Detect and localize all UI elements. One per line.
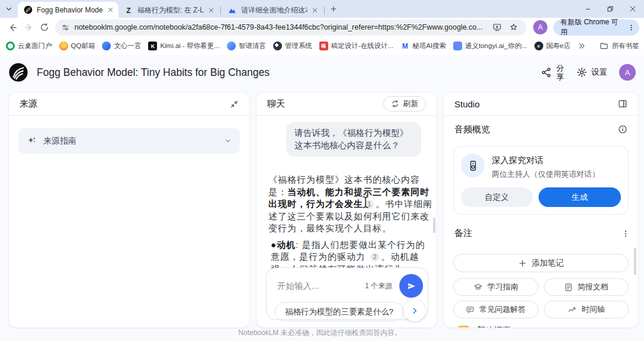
browser-toolbar: notebooklm.google.com/notebook/a2fa68ce-… <box>0 18 644 37</box>
bookmark-item[interactable]: 云桌面门户 <box>6 42 52 50</box>
bookmark-item[interactable]: 文心一言 <box>102 42 141 50</box>
panel-layout-icon[interactable] <box>618 99 627 109</box>
tab-close-icon[interactable] <box>105 5 115 15</box>
browser-tab-notebooklm[interactable]: Fogg Behavior Model: Tiny H <box>18 2 118 18</box>
source-guide-label: 来源指南 <box>43 136 76 146</box>
chip-label: 常见问题解答 <box>479 304 526 315</box>
speaker-icon <box>461 154 485 177</box>
suggested-question-chip[interactable]: 福格行为模型的三要素是什么? <box>275 302 403 321</box>
back-button[interactable] <box>5 20 21 36</box>
note-list-item[interactable]: 新建记事 <box>458 325 629 328</box>
add-note-button[interactable]: 添加笔记 <box>453 254 629 272</box>
share-icon <box>541 67 552 78</box>
sources-panel-title: 来源 <box>20 98 37 110</box>
bookmark-item[interactable]: M秘塔AI搜索 <box>401 42 446 50</box>
send-button[interactable] <box>399 274 423 298</box>
studio-scrollbar-thumb[interactable] <box>634 248 636 275</box>
bookmark-item[interactable]: KKimi.ai - 帮你看更... <box>148 42 219 50</box>
browser-tabstrip: Fogg Behavior Model: Tiny H Z 福格行为模型: 在 … <box>0 0 644 18</box>
assistant-answer: 《福格行为模型》这本书的核心内容是：当动机、能力和提示三个要素同时出现时，行为才… <box>268 174 433 235</box>
send-icon <box>406 281 416 291</box>
faq-chip[interactable]: 常见问题解答 <box>453 301 539 318</box>
install-app-icon[interactable] <box>491 21 504 34</box>
bookmark-favicon <box>453 42 462 50</box>
bookmarks-overflow-chevron-icon[interactable] <box>578 42 585 50</box>
document-icon <box>564 283 573 292</box>
plus-icon <box>518 259 527 267</box>
sparkle-icon <box>27 136 37 146</box>
bookmark-item[interactable]: 智谱清言 <box>227 42 266 50</box>
chat-input-card: 开始输入... 1 个来源 福格行为模型的三要素是什么? <box>266 267 428 320</box>
bookmark-favicon: 稿 <box>319 42 328 50</box>
bookmark-favicon: K <box>148 42 157 50</box>
folder-icon <box>600 42 608 50</box>
refresh-chat-button[interactable]: 刷新 <box>383 96 426 111</box>
bookmark-star-icon[interactable] <box>507 21 520 34</box>
bookmark-item[interactable]: 管理系统 <box>273 42 312 50</box>
browser-tab-metaso[interactable]: 请详细全面地介绍这本书《福格 <box>222 3 323 18</box>
collapse-panel-icon[interactable] <box>230 100 239 109</box>
user-message-bubble: 请告诉我，《福格行为模型》这本书地核心内容是什么？ <box>286 122 421 157</box>
share-label: 分享 <box>556 63 565 81</box>
all-bookmarks-button[interactable]: 所有书签 <box>600 42 639 50</box>
bookmark-label: 云桌面门户 <box>18 42 52 50</box>
bookmark-label: Kimi.ai - 帮你看更... <box>160 42 219 50</box>
window-close-button[interactable] <box>621 0 644 18</box>
bookmark-label: 稿定设计-在线设计... <box>331 42 393 50</box>
notes-menu-icon[interactable] <box>621 230 630 238</box>
bookmark-item[interactable]: e国寿e店 <box>534 42 571 50</box>
browser-profile-avatar[interactable]: A <box>533 20 547 34</box>
browser-menu-icon[interactable] <box>625 21 637 33</box>
bookmark-label: 通义tongyi.ai_你的... <box>465 42 527 50</box>
deep-dive-subtitle: 两位主持人（仅使用英语对话） <box>492 169 600 180</box>
bookmark-item[interactable]: QQ邮箱 <box>59 42 95 50</box>
study-guide-chip[interactable]: 学习指南 <box>453 278 539 296</box>
chat-input-field[interactable]: 开始输入... <box>277 281 319 292</box>
new-tab-button[interactable] <box>326 1 341 17</box>
chat-scrollbar-thumb[interactable] <box>433 218 435 233</box>
window-restore-button[interactable] <box>599 0 621 18</box>
notebook-title[interactable]: Fogg Behavior Model: Tiny Habits for Big… <box>37 66 270 79</box>
audio-overview-title: 音频概览 <box>454 124 490 135</box>
studio-panel-title: Studio <box>454 99 480 109</box>
url-text[interactable]: notebooklm.google.com/notebook/a2fa68ce-… <box>75 23 487 31</box>
bookmark-label: 文心一言 <box>114 42 141 50</box>
source-count-label: 1 个来源 <box>365 281 392 291</box>
settings-button[interactable]: 设置 <box>576 67 607 78</box>
gear-icon <box>576 67 587 78</box>
reload-button[interactable] <box>37 20 53 36</box>
chrome-update-chip[interactable]: 有新版 Chrome 可用 <box>553 20 639 36</box>
browser-tab-zlibrary[interactable]: Z 福格行为模型: 在 Z-Library 上 <box>118 3 219 18</box>
next-suggestion-button[interactable] <box>403 299 425 321</box>
briefing-doc-chip[interactable]: 简报文档 <box>544 278 629 296</box>
chevron-down-icon[interactable] <box>224 137 232 145</box>
info-icon[interactable] <box>618 125 627 134</box>
address-bar[interactable]: notebooklm.google.com/notebook/a2fa68ce-… <box>55 20 526 36</box>
bookmark-item[interactable]: 稿稿定设计-在线设计... <box>319 42 393 50</box>
bookmark-item[interactable]: 通义tongyi.ai_你的... <box>453 42 527 50</box>
chat-panel: 聊天 刷新 请告诉我，《福格行为模型》这本书地核心内容是什么？ 《福格行为模型》… <box>256 92 437 328</box>
all-bookmarks-label: 所有书签 <box>612 42 639 50</box>
window-controls <box>576 0 644 18</box>
metaso-favicon-icon <box>228 6 237 15</box>
source-guide-button[interactable]: 来源指南 <box>18 128 240 154</box>
site-info-icon[interactable] <box>61 23 70 32</box>
timeline-chip[interactable]: 时间轴 <box>544 301 629 318</box>
generate-button[interactable]: 生成 <box>539 187 621 207</box>
window-minimize-button[interactable] <box>576 0 599 18</box>
refresh-icon <box>391 100 399 108</box>
forward-button[interactable] <box>21 20 37 36</box>
bookmark-favicon <box>227 42 236 50</box>
tab-title: 福格行为模型: 在 Z-Library 上 <box>137 5 204 15</box>
tab-close-icon[interactable] <box>206 6 216 15</box>
share-button[interactable]: 分享 <box>541 63 565 81</box>
disclaimer-text: NotebookLM 未必准确，因此请仔细检查回答内容。 <box>196 328 444 338</box>
tab-close-icon[interactable] <box>310 6 319 15</box>
app-user-avatar[interactable]: A <box>619 64 636 81</box>
bookmark-favicon <box>59 42 68 50</box>
settings-label: 设置 <box>591 67 607 78</box>
bookmark-favicon <box>273 42 282 50</box>
customize-button[interactable]: 自定义 <box>461 187 533 207</box>
tab-search-chevron-icon[interactable] <box>0 0 18 18</box>
faq-bubble-icon <box>466 305 475 314</box>
